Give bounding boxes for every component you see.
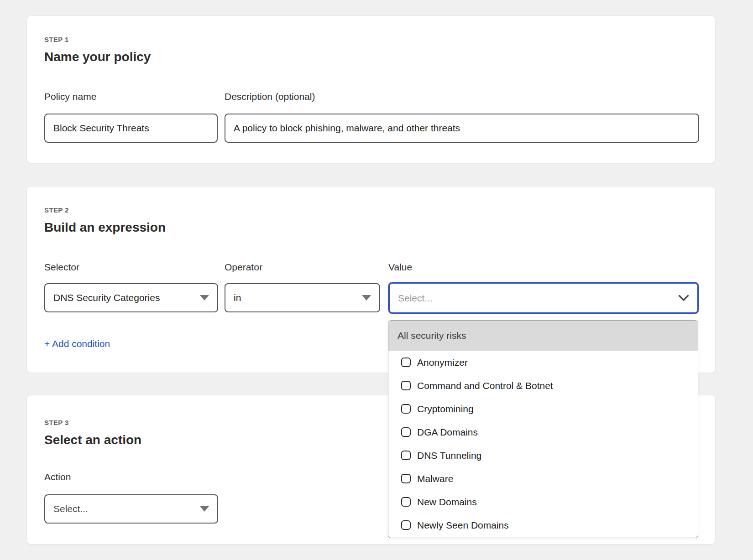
dropdown-option-label: Anonymizer — [417, 358, 468, 367]
dropdown-option-label: Command and Control & Botnet — [417, 381, 553, 390]
value-dropdown-trigger[interactable]: Select... — [388, 282, 699, 314]
checkbox-icon[interactable] — [401, 474, 411, 483]
chevron-down-icon — [678, 295, 689, 301]
dropdown-option-label: DNS Tunneling — [417, 451, 481, 460]
step1-title: Name your policy — [44, 50, 151, 64]
step1-card: STEP 1 Name your policy Policy name Desc… — [26, 16, 716, 163]
selector-dropdown[interactable]: DNS Security Categories — [44, 283, 218, 312]
checkbox-icon[interactable] — [401, 427, 411, 437]
dropdown-option[interactable]: Command and Control & Botnet — [388, 374, 698, 397]
checkbox-icon[interactable] — [401, 497, 411, 507]
step3-title: Select an action — [44, 433, 141, 447]
dropdown-option-label: DGA Domains — [417, 427, 478, 437]
selector-dropdown-value: DNS Security Categories — [53, 292, 160, 303]
checkbox-icon[interactable] — [401, 358, 411, 367]
caret-down-icon — [200, 506, 209, 512]
dropdown-option[interactable]: Cryptomining — [388, 397, 698, 420]
value-label: Value — [388, 262, 412, 272]
dropdown-option[interactable]: Anonymizer — [388, 351, 698, 374]
policy-name-input[interactable] — [44, 114, 218, 143]
step1-label: STEP 1 — [44, 36, 69, 43]
value-dropdown-placeholder: Select... — [398, 293, 433, 304]
operator-dropdown-value: in — [234, 292, 241, 303]
value-dropdown-panel: All security risks Anonymizer Command an… — [388, 320, 698, 538]
description-input[interactable] — [225, 114, 699, 143]
dropdown-option[interactable]: DNS Tunneling — [388, 444, 698, 467]
operator-label: Operator — [225, 262, 262, 272]
dropdown-option-label: New Domains — [417, 497, 477, 507]
selector-label: Selector — [44, 262, 79, 272]
policy-name-label: Policy name — [44, 92, 96, 101]
checkbox-icon[interactable] — [401, 404, 411, 414]
step2-label: STEP 2 — [44, 207, 69, 213]
operator-dropdown[interactable]: in — [225, 283, 380, 312]
step2-title: Build an expression — [44, 220, 166, 235]
dropdown-group-header[interactable]: All security risks — [388, 321, 698, 351]
dropdown-option-label: Cryptomining — [417, 404, 474, 414]
dropdown-option[interactable]: Malware — [388, 467, 698, 490]
dropdown-option-label: Newly Seen Domains — [417, 520, 509, 530]
dropdown-options-list: Anonymizer Command and Control & Botnet … — [388, 351, 698, 537]
step3-label: STEP 3 — [44, 419, 69, 426]
caret-down-icon — [362, 295, 371, 301]
action-dropdown-placeholder: Select... — [53, 503, 88, 514]
checkbox-icon[interactable] — [401, 520, 411, 530]
dropdown-option[interactable]: DGA Domains — [388, 420, 698, 444]
checkbox-icon[interactable] — [401, 381, 411, 390]
description-label: Description (optional) — [225, 92, 315, 101]
add-condition-link[interactable]: + Add condition — [44, 339, 110, 348]
action-label: Action — [44, 472, 71, 482]
dropdown-option[interactable]: New Domains — [388, 490, 698, 513]
action-dropdown[interactable]: Select... — [44, 494, 218, 524]
dropdown-option-label: Malware — [417, 474, 453, 483]
caret-down-icon — [200, 295, 209, 301]
checkbox-icon[interactable] — [401, 451, 411, 460]
dropdown-option[interactable]: Newly Seen Domains — [388, 513, 698, 537]
